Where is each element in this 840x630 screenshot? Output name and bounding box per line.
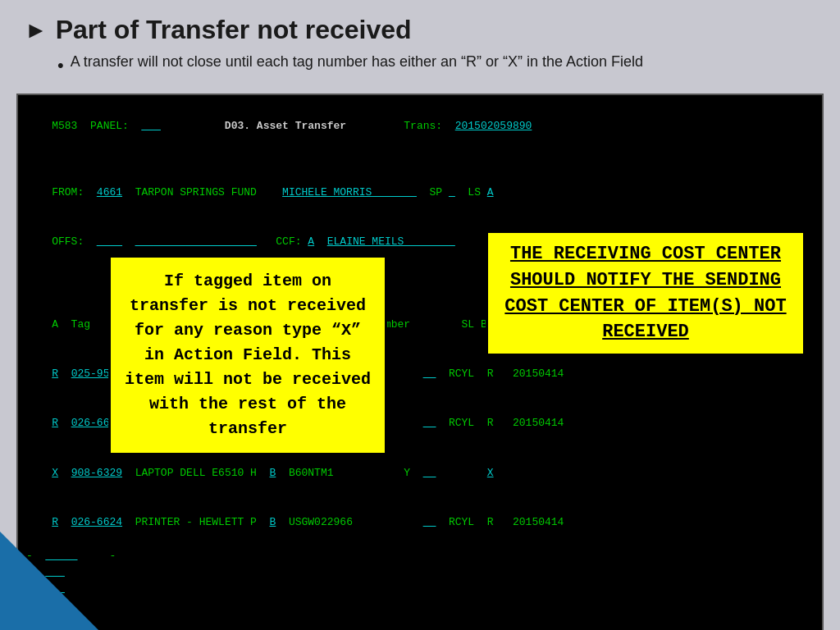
callout-right-line4: RECEIVED bbox=[500, 319, 792, 345]
bullet-text: A transfer will not close until each tag… bbox=[71, 52, 643, 72]
term-title: D03. Asset Transfer bbox=[225, 120, 346, 132]
callout-right-line3: COST CENTER OF ITEM(S) NOT bbox=[500, 294, 792, 320]
callout-right-line1: THE RECEIVING COST CENTER bbox=[500, 241, 792, 267]
term-from-line: FROM: 4661 TARPON SPRINGS FUND MICHELE M… bbox=[26, 167, 814, 217]
main-title: ► Part of Transfer not received bbox=[25, 15, 815, 45]
title-text: Part of Transfer not received bbox=[56, 15, 412, 45]
bullet-item: • A transfer will not close until each t… bbox=[57, 52, 815, 79]
table-row: X 908-6329 LAPTOP DELL E6510 H B B60NTM1… bbox=[26, 449, 814, 498]
term-panel: ___ bbox=[141, 120, 160, 132]
callout-right-line2: SHOULD NOTIFY THE SENDING bbox=[500, 267, 792, 294]
slide-header: ► Part of Transfer not received • A tran… bbox=[0, 0, 840, 87]
term-header-line: M583 PANEL: ___ D03. Asset Transfer Tran… bbox=[26, 102, 814, 151]
table-row-empty: - ___ bbox=[26, 564, 814, 581]
bullet-dot: • bbox=[57, 53, 64, 79]
table-row: R 026-6624 PRINTER - HEWLETT P B USGW022… bbox=[26, 498, 814, 547]
callout-left: If tagged item on transfer is not receiv… bbox=[108, 255, 387, 455]
term-blank1 bbox=[26, 151, 814, 167]
term-trans-num: 201502059890 bbox=[455, 120, 532, 132]
term-ccf-name: ELAINE MEILS________ bbox=[327, 235, 455, 248]
table-row-empty: - ___ bbox=[26, 614, 814, 630]
callout-right: THE RECEIVING COST CENTER SHOULD NOTIFY … bbox=[486, 231, 806, 357]
table-row-empty: - ___ bbox=[26, 597, 814, 614]
arrow-icon: ► bbox=[25, 17, 48, 43]
blue-triangle-decoration bbox=[0, 532, 98, 630]
callout-left-text: If tagged item on transfer is not receiv… bbox=[125, 272, 371, 438]
table-row-empty: - _____ - bbox=[26, 548, 814, 564]
term-from-num: 4661 bbox=[97, 186, 122, 199]
table-row-empty: - ___ bbox=[26, 581, 814, 597]
term-from-name: MICHELE MORRIS_______ bbox=[282, 186, 417, 199]
terminal-screen: M583 PANEL: ___ D03. Asset Transfer Tran… bbox=[16, 94, 824, 630]
term-m583: M583 PANEL: bbox=[52, 120, 141, 132]
